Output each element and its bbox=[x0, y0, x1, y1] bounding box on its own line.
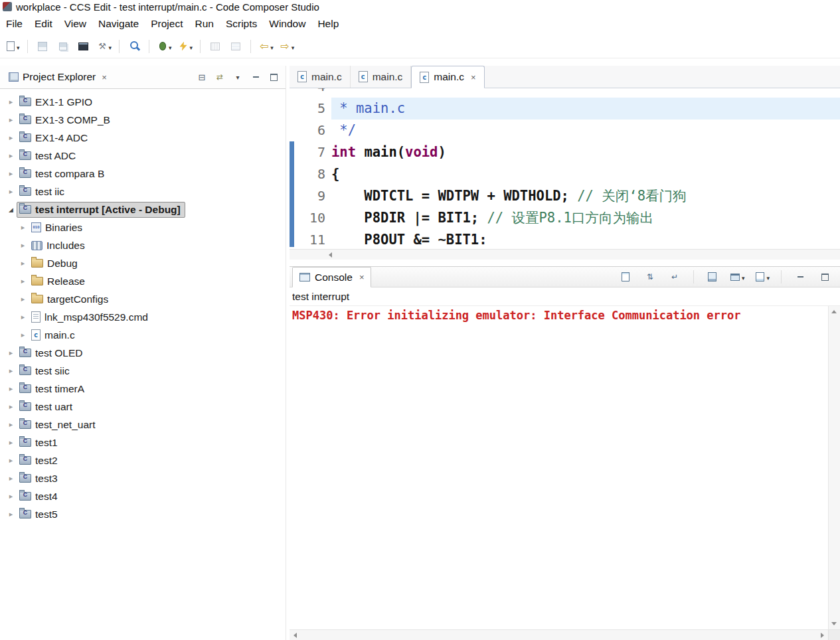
tree-item-release[interactable]: ▸Release bbox=[0, 272, 286, 290]
minimize-button[interactable] bbox=[791, 268, 809, 285]
maximize-icon[interactable] bbox=[268, 71, 280, 83]
expand-arrow-icon[interactable]: ▸ bbox=[5, 402, 17, 411]
code-line-7[interactable]: 7int main(void) bbox=[295, 141, 840, 163]
tree-item-test2[interactable]: ▸test2 bbox=[0, 451, 286, 469]
menu-edit[interactable]: Edit bbox=[29, 18, 58, 30]
editor-tab-3[interactable]: main.c× bbox=[411, 66, 484, 88]
minimize-icon[interactable] bbox=[250, 71, 262, 83]
pin-console-button[interactable] bbox=[703, 268, 722, 285]
close-console-icon[interactable]: × bbox=[359, 272, 365, 282]
expand-arrow-icon[interactable]: ▸ bbox=[5, 420, 17, 429]
scroll-right-arrow-icon[interactable] bbox=[817, 630, 828, 640]
code-line-11[interactable]: 11 P8OUT &= ~BIT1: bbox=[295, 229, 840, 249]
tree-item-binaries[interactable]: ▸Binaries bbox=[0, 218, 286, 236]
expand-arrow-icon[interactable]: ▸ bbox=[5, 151, 17, 160]
menu-scripts[interactable]: Scripts bbox=[220, 18, 263, 30]
flash-button[interactable] bbox=[176, 38, 195, 55]
tree-item-ex1-1-gpio[interactable]: ▸EX1-1 GPIO bbox=[0, 93, 286, 111]
expand-arrow-icon[interactable]: ▸ bbox=[5, 438, 17, 447]
scroll-lock-button[interactable] bbox=[641, 268, 659, 285]
scroll-left-arrow-icon[interactable] bbox=[290, 630, 301, 640]
dropdown-arrow-icon[interactable] bbox=[189, 40, 193, 52]
console-view-button[interactable] bbox=[74, 38, 93, 55]
expand-arrow-icon[interactable]: ▸ bbox=[17, 331, 29, 339]
tree-item-ex1-3-comp-b[interactable]: ▸EX1-3 COMP_B bbox=[0, 111, 286, 129]
console-vscrollbar[interactable] bbox=[828, 306, 840, 629]
menu-run[interactable]: Run bbox=[189, 18, 219, 30]
tree-item-ex1-4-adc[interactable]: ▸EX1-4 ADC bbox=[0, 129, 286, 147]
menu-help[interactable]: Help bbox=[311, 18, 345, 30]
expand-arrow-icon[interactable]: ▸ bbox=[5, 349, 17, 357]
code-line-10[interactable]: 10 P8DIR |= BIT1; // 设置P8.1口方向为输出 bbox=[295, 207, 840, 229]
link-editor-icon[interactable] bbox=[214, 71, 226, 83]
search-button[interactable] bbox=[125, 38, 143, 55]
tree-item-debug[interactable]: ▸Debug bbox=[0, 254, 286, 272]
tree-item-test-net-uart[interactable]: ▸test_net_uart bbox=[0, 416, 286, 434]
tree-item-targetconfigs[interactable]: ▸targetConfigs bbox=[0, 290, 286, 308]
tree-item-test-interrupt-active-debug[interactable]: ◢test interrupt [Active - Debug] bbox=[0, 200, 286, 218]
tree-item-test-uart[interactable]: ▸test uart bbox=[0, 398, 286, 416]
scroll-track[interactable] bbox=[336, 250, 840, 260]
expand-arrow-icon[interactable]: ▸ bbox=[5, 133, 17, 142]
expand-arrow-icon[interactable]: ▸ bbox=[17, 295, 29, 303]
dropdown-arrow-icon[interactable] bbox=[168, 40, 172, 52]
debug-button[interactable] bbox=[155, 38, 174, 55]
tree-item-main-c[interactable]: ▸main.c bbox=[0, 326, 286, 344]
menu-navigate[interactable]: Navigate bbox=[92, 18, 145, 30]
expand-arrow-icon[interactable]: ▸ bbox=[5, 169, 17, 178]
expand-arrow-icon[interactable]: ▸ bbox=[17, 223, 29, 232]
editor-tab-2[interactable]: main.c bbox=[351, 66, 412, 88]
code-editor[interactable]: 4 *5 * main.c6 */7int main(void)8{9 WDTC… bbox=[290, 88, 840, 249]
expand-arrow-icon[interactable]: ▸ bbox=[5, 187, 17, 196]
horizontal-sash[interactable] bbox=[290, 260, 840, 266]
editor-tab-1[interactable]: main.c bbox=[290, 66, 351, 88]
clear-console-button[interactable] bbox=[616, 268, 635, 285]
tab-project-explorer[interactable]: Project Explorer × bbox=[3, 66, 113, 88]
build-button[interactable] bbox=[95, 38, 114, 55]
code-line-6[interactable]: 6 */ bbox=[295, 120, 840, 141]
dropdown-arrow-icon[interactable] bbox=[16, 40, 20, 52]
expand-arrow-icon[interactable]: ▸ bbox=[5, 456, 17, 465]
tree-item-test-timera[interactable]: ▸test timerA bbox=[0, 380, 286, 398]
forward-button[interactable] bbox=[278, 38, 297, 55]
expand-arrow-icon[interactable]: ▸ bbox=[5, 384, 17, 393]
tree-item-test1[interactable]: ▸test1 bbox=[0, 434, 286, 451]
menu-view[interactable]: View bbox=[58, 18, 92, 30]
close-tab-icon[interactable]: × bbox=[471, 72, 476, 82]
tree-item-includes[interactable]: ▸Includes bbox=[0, 236, 286, 254]
editor-hscrollbar[interactable] bbox=[290, 249, 840, 260]
expand-arrow-icon[interactable]: ▸ bbox=[5, 116, 17, 124]
collapse-all-icon[interactable] bbox=[196, 71, 208, 83]
expand-arrow-icon[interactable]: ▸ bbox=[17, 241, 29, 250]
console-output[interactable]: MSP430: Error initializing emulator: Int… bbox=[290, 305, 840, 629]
expand-arrow-icon[interactable]: ▸ bbox=[17, 259, 29, 268]
maximize-button[interactable] bbox=[815, 268, 834, 285]
tree-item-lnk-msp430f5529-cmd[interactable]: ▸lnk_msp430f5529.cmd bbox=[0, 308, 286, 326]
dropdown-arrow-icon[interactable] bbox=[108, 40, 112, 52]
code-line-9[interactable]: 9 WDTCTL = WDTPW + WDTHOLD; // 关闭‘8看门狗 bbox=[295, 185, 840, 207]
scroll-left-arrow-icon[interactable] bbox=[325, 250, 336, 260]
code-line-5[interactable]: 5 * main.c bbox=[295, 98, 840, 120]
menu-window[interactable]: Window bbox=[263, 18, 311, 30]
scroll-track[interactable] bbox=[301, 630, 817, 640]
close-view-icon[interactable]: × bbox=[102, 72, 107, 82]
menu-project[interactable]: Project bbox=[145, 18, 189, 30]
tree-item-test3[interactable]: ▸test3 bbox=[0, 469, 286, 487]
view-menu-icon[interactable] bbox=[232, 71, 244, 83]
code-line-4[interactable]: 4 * bbox=[295, 88, 840, 98]
word-wrap-button[interactable] bbox=[665, 268, 684, 285]
expand-arrow-icon[interactable]: ▸ bbox=[17, 313, 29, 321]
tree-item-test-compara-b[interactable]: ▸test compara B bbox=[0, 165, 286, 183]
expand-arrow-icon[interactable]: ▸ bbox=[5, 492, 17, 501]
expand-arrow-icon[interactable]: ▸ bbox=[5, 474, 17, 483]
tree-item-test4[interactable]: ▸test4 bbox=[0, 487, 286, 505]
dropdown-arrow-icon[interactable] bbox=[291, 40, 295, 52]
back-button[interactable] bbox=[256, 38, 276, 55]
menu-file[interactable]: File bbox=[0, 18, 29, 30]
dropdown-arrow-icon[interactable] bbox=[270, 40, 274, 52]
scroll-down-arrow-icon[interactable] bbox=[829, 618, 839, 629]
tree-item-test-adc[interactable]: ▸test ADC bbox=[0, 147, 286, 165]
expand-arrow-icon[interactable]: ▸ bbox=[17, 277, 29, 285]
expand-arrow-icon[interactable]: ▸ bbox=[5, 366, 17, 375]
dropdown-arrow-icon[interactable] bbox=[766, 271, 770, 283]
